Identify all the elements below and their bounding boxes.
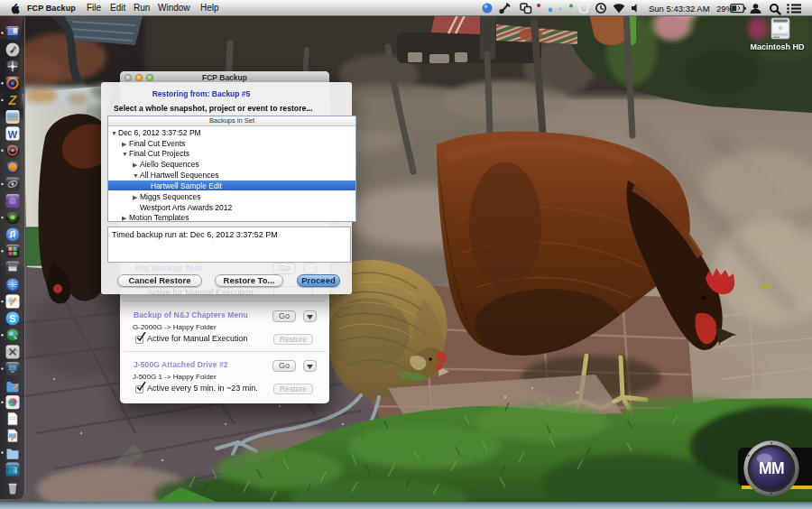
svg-text:MM: MM <box>759 459 784 477</box>
svg-text:Z: Z <box>8 93 17 107</box>
